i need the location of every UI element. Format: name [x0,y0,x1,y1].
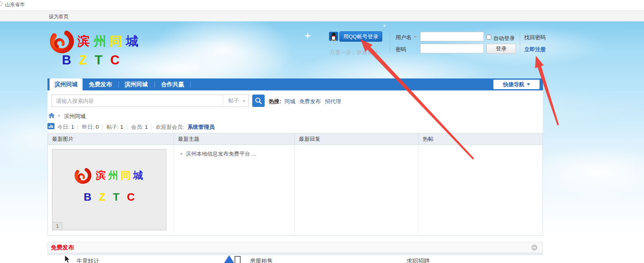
set-home-link[interactable]: 设为首页 [49,13,69,20]
forgot-password-link[interactable]: 找回密码 [524,34,546,41]
quick-nav-button[interactable]: 快捷导航 [493,80,540,89]
browser-topbar: 山东省市 [0,0,644,10]
collapse-toggle-icon[interactable] [531,244,537,251]
qq-penguin-icon[interactable] [329,32,338,41]
forum-link-house-rent[interactable]: 房屋租售 [250,258,273,263]
column-header-latest-topics: 最新主题 [173,133,294,145]
breadcrumb-current[interactable]: 滨州同城 [64,113,85,120]
divider [520,33,520,53]
latest-image-thumbnail[interactable]: 滨州同城 BZTC 1 [52,149,166,230]
login-button[interactable]: 登录 [486,44,516,54]
divider [390,33,390,53]
hot-link[interactable]: 同城 [284,98,295,105]
tab-divider [190,81,191,88]
auto-login-label: 自动登录 [493,35,515,42]
forum-stats: 今日: 1 昨日: 0 帖子: 1 会员: 1 欢迎新会员: 系统管理员 [57,123,215,131]
qq-login-button[interactable]: 用QQ帐号登录 [339,31,382,42]
latest-topic-link[interactable]: 滨州本地信息发布免费平台 ... [174,145,294,158]
hot-search-links: 同城 免费发布 招代理 [284,98,341,105]
main-navbar: 滨州同城 免费发布 滨州同城 合作共赢 快捷导航 [47,78,543,90]
tab-cooperation[interactable]: 合作共赢 [161,78,184,90]
chevron-down-icon [243,100,245,102]
tab-binzhou-home[interactable]: 滨州同城 [50,78,83,90]
logo-letters: BZTC [62,53,128,68]
thumbnail-logo: 滨州同城 BZTC [52,167,166,204]
hot-link[interactable]: 招代理 [325,98,341,105]
image-count-badge: 1 [52,222,63,230]
home-icon[interactable] [48,113,55,118]
auto-login-checkbox[interactable] [486,35,491,40]
category-bar-free-post: 免费发布 [47,242,543,253]
newest-member-link[interactable]: 系统管理员 [188,123,215,131]
qq-login-tip: 只需一步，快速开始 [330,49,378,56]
hot-search-label: 热搜: [269,98,281,105]
house-rent-icon [224,254,242,263]
tab-free-post[interactable]: 免费发布 [89,78,112,90]
hot-link[interactable]: 免费发布 [299,98,321,105]
logo-swirl-icon [74,167,92,184]
bullet-icon [180,153,182,155]
logo-swirl-icon [50,29,74,54]
tab-binzhou-city[interactable]: 滨州同城 [125,78,148,90]
latest-replies-cell [294,145,418,235]
tab-divider [118,81,119,88]
sparkle-star-icon [383,24,386,28]
search-box: 帖子 [52,95,249,107]
cursor-arrow-icon [64,255,72,263]
set-home-bar: 设为首页 [0,10,644,21]
search-icon [252,95,265,107]
column-header-hot-posts: 热帖 [418,133,542,145]
search-input[interactable] [52,95,223,107]
column-header-latest-replies: 最新回复 [294,133,418,145]
favicon-partial-icon [0,1,2,6]
stats-chart-icon [47,123,54,129]
logo-title: 滨州同城 [78,33,142,50]
username-label: 用户名 [395,34,412,41]
board-header: 最新图片 最新主题 最新回复 热帖 [48,133,542,145]
username-field[interactable] [420,32,484,41]
portal-board: 最新图片 最新主题 最新回复 热帖 滨州同城 BZTC [47,133,543,236]
search-button[interactable] [252,95,265,107]
board-body: 滨州同城 BZTC 1 滨州本地信息发布免费平台 ... [48,145,542,235]
search-scope-select[interactable]: 帖子 [223,95,249,107]
username-dropdown-icon[interactable] [414,36,417,38]
password-label: 密码 [395,46,406,53]
category-bar-strip [47,253,543,255]
site-logo[interactable]: 滨州同城 BZTC [50,27,186,77]
breadcrumb-separator: » [57,112,60,118]
category-title-link[interactable]: 免费发布 [51,244,74,251]
column-header-latest-images: 最新图片 [48,133,173,145]
forum-link-jobs[interactable]: 求职招聘 [407,258,430,263]
chevron-down-icon [527,83,530,85]
hot-posts-cell [418,145,542,235]
forum-link-business-transfer[interactable]: 生意转让 [76,258,99,263]
sparkle-star-icon [304,32,311,39]
password-field[interactable] [420,44,484,53]
page: 山东省市 设为首页 滨州同城 BZTC [0,0,644,263]
register-link[interactable]: 立即注册 [524,46,546,53]
tab-divider [154,81,155,88]
site-hint-text: 山东省市 [5,1,25,8]
